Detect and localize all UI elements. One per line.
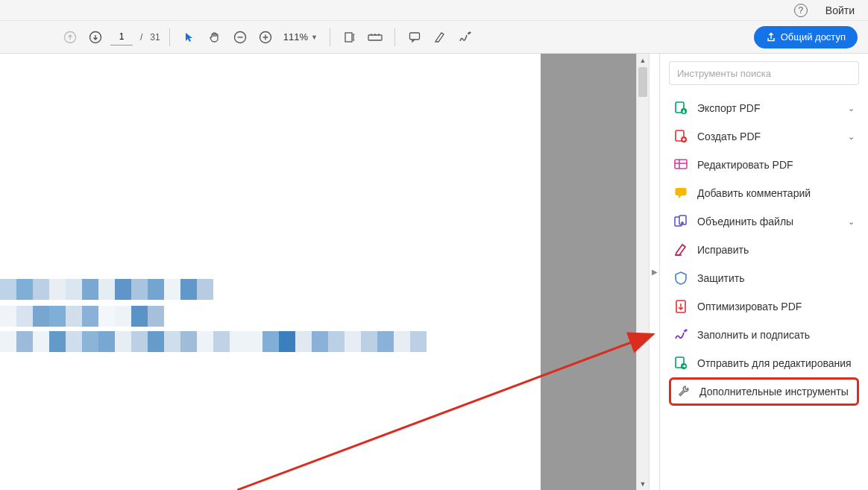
main-area: ▲ ▼ ▶ Экспорт PDF⌄Создать PDF⌄Редактиров…: [0, 54, 868, 490]
comment-button[interactable]: [404, 27, 425, 48]
vertical-scrollbar[interactable]: ▲ ▼: [636, 54, 649, 490]
chevron-down-icon: ▼: [311, 34, 318, 41]
toolbar: / 31 111% ▼ Общий доступ: [0, 21, 868, 54]
tool-label: Дополнительные инструменты: [699, 386, 852, 398]
chevron-down-icon: ⌄: [848, 217, 855, 227]
document-wrapper: ▲ ▼ ▶: [0, 54, 659, 490]
optimize-icon: [673, 299, 688, 314]
signin-button[interactable]: Войти: [820, 4, 861, 16]
tool-item-edit-pdf[interactable]: Редактировать PDF: [669, 151, 859, 179]
tool-item-redact[interactable]: Исправить: [669, 236, 859, 264]
help-icon[interactable]: ?: [794, 4, 808, 17]
tool-item-optimize[interactable]: Оптимизировать PDF: [669, 292, 859, 321]
tool-item-send-review[interactable]: Отправить для редактирования: [669, 349, 859, 377]
svg-rect-17: [675, 160, 687, 169]
combine-icon: [673, 214, 688, 229]
titlebar: ? Войти: [0, 0, 868, 21]
page-down-button[interactable]: [85, 27, 106, 48]
export-pdf-icon: [673, 101, 688, 116]
tool-label: Объединить файлы: [697, 216, 839, 227]
tool-label: Отправить для редактирования: [697, 357, 855, 369]
zoom-level-select[interactable]: 111% ▼: [280, 31, 321, 43]
share-button[interactable]: Общий доступ: [754, 26, 858, 48]
tool-item-combine[interactable]: Объединить файлы⌄: [669, 207, 859, 236]
scroll-down-arrow[interactable]: ▼: [637, 477, 649, 490]
selection-tool-button[interactable]: [179, 27, 200, 48]
document-canvas[interactable]: [0, 54, 541, 490]
page-up-button[interactable]: [60, 27, 81, 48]
tool-item-create-pdf[interactable]: Создать PDF⌄: [669, 122, 859, 151]
zoom-out-button[interactable]: [230, 27, 251, 48]
tool-item-fill-sign[interactable]: Заполнить и подписать: [669, 321, 859, 349]
scroll-up-arrow[interactable]: ▲: [637, 54, 649, 66]
svg-rect-12: [409, 33, 419, 40]
document-margin: [541, 54, 636, 490]
create-pdf-icon: [673, 129, 688, 144]
redact-icon: [673, 242, 688, 257]
tool-label: Добавить комментарий: [697, 187, 855, 199]
tool-label: Заполнить и подписать: [697, 329, 855, 341]
tool-label: Защитить: [697, 272, 855, 284]
tool-item-comment[interactable]: Добавить комментарий: [669, 179, 859, 207]
tool-label: Оптимизировать PDF: [697, 301, 855, 312]
document-content-line: [0, 279, 213, 300]
tool-label: Создать PDF: [697, 131, 839, 142]
tool-label: Редактировать PDF: [697, 159, 855, 171]
page-total-label: 31: [150, 32, 160, 43]
share-button-label: Общий доступ: [781, 31, 846, 43]
tool-label: Исправить: [697, 244, 855, 256]
send-review-icon: [673, 356, 688, 371]
zoom-in-button[interactable]: [255, 27, 276, 48]
page-number-input[interactable]: [110, 29, 133, 45]
more-tools-icon: [676, 384, 691, 399]
sign-button[interactable]: [455, 27, 476, 48]
collapse-sidebar-button[interactable]: ▶: [649, 54, 659, 490]
chevron-down-icon: ⌄: [848, 104, 855, 113]
scroll-thumb[interactable]: [638, 67, 647, 97]
hand-tool-button[interactable]: [204, 27, 225, 48]
tool-item-protect[interactable]: Защитить: [669, 264, 859, 292]
tool-label: Экспорт PDF: [697, 102, 839, 114]
tool-item-more-tools[interactable]: Дополнительные инструменты: [669, 377, 859, 406]
protect-icon: [673, 271, 688, 286]
svg-rect-8: [368, 35, 382, 40]
svg-rect-20: [676, 188, 687, 195]
tool-item-export-pdf[interactable]: Экспорт PDF⌄: [669, 94, 859, 122]
tools-search-input[interactable]: [669, 61, 859, 85]
edit-pdf-icon: [673, 157, 688, 172]
zoom-value-label: 111%: [283, 31, 308, 43]
document-content-line: [0, 306, 164, 327]
comment-icon: [673, 186, 688, 201]
highlight-button[interactable]: [430, 27, 450, 48]
svg-rect-7: [345, 33, 352, 42]
fit-page-button[interactable]: [339, 27, 360, 48]
read-mode-button[interactable]: [365, 27, 386, 48]
fill-sign-icon: [673, 327, 688, 342]
chevron-down-icon: ⌄: [848, 132, 855, 142]
document-content-line: [0, 331, 427, 352]
tools-sidebar: Экспорт PDF⌄Создать PDF⌄Редактировать PD…: [659, 54, 868, 490]
page-separator: /: [140, 32, 142, 43]
